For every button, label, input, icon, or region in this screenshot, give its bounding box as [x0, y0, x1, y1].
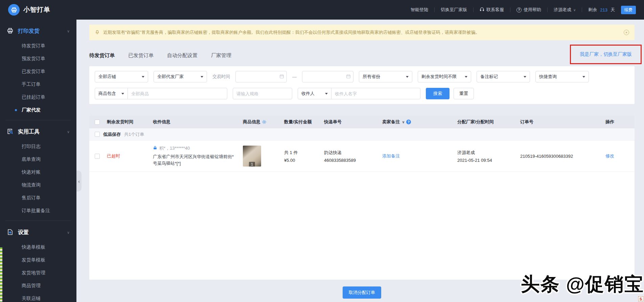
help-link[interactable]: ? 使用帮助	[516, 7, 541, 13]
receiver-address: 广东省广州市天河区兴华街道银锭塘前街*号菜鸟驿站*[*]	[153, 153, 243, 167]
product-image[interactable]: 1	[243, 146, 261, 167]
question-icon: ?	[516, 7, 522, 12]
factory-cell: 济源老成 2021-05-21 09:54	[457, 150, 520, 163]
sidebar-item-express-template[interactable]: 快递单模板	[0, 241, 76, 254]
app-title: 小智打单	[23, 5, 50, 14]
tab-shipped-orders[interactable]: 已发货订单	[128, 52, 154, 59]
sidebar-item-held-orders[interactable]: 已挂起订单	[0, 91, 76, 104]
receiver-masked: 积*，13******40	[159, 145, 190, 151]
trade-time-label: 交易时间	[212, 74, 230, 80]
question-icon[interactable]: ?	[406, 120, 411, 124]
modify-link[interactable]: 修改	[605, 153, 629, 159]
red-annotation-box: 我是厂家，切换至厂家版	[570, 45, 642, 64]
spec-input[interactable]	[233, 88, 292, 99]
smart-login-link[interactable]: 智能登陆	[411, 7, 428, 13]
select-all-checkbox[interactable]	[95, 120, 100, 125]
search-button[interactable]: 搜索	[426, 88, 450, 99]
sidebar-section-print-ship[interactable]: 打印发货 ∨	[0, 23, 76, 40]
app-logo[interactable]: 小智打单	[8, 4, 50, 16]
order-number: 210519-416059300683392	[520, 154, 605, 159]
quick-query-select[interactable]: 快捷查询	[535, 71, 589, 82]
sidebar-item-logistics-query[interactable]: 物流查询	[0, 179, 76, 192]
sidebar-item-express-reconcile[interactable]: 快递对账	[0, 166, 76, 179]
filter-row-1: 全部店铺 全部代发厂家 交易时间 — 所有省份 剩余发货时间不限 备注标记 快捷…	[95, 71, 629, 82]
qty-amount-cell: 共 1 件 ¥5.00	[284, 150, 324, 163]
lock-icon[interactable]	[153, 146, 157, 151]
sidebar-item-product-manage[interactable]: 商品管理	[0, 279, 76, 292]
contact-service-link[interactable]: 联系客服	[480, 7, 504, 13]
receiver-name-input[interactable]	[331, 88, 420, 99]
assigned-time: 2021-05-21 09:54	[457, 158, 520, 163]
sidebar-item-batch-remark[interactable]: 订单批量备注	[0, 204, 76, 217]
sidebar: 打印发货 ∨ 待发货订单 预发货订单 已发货订单 手工订单 已挂起订单 厂家代发…	[0, 20, 76, 302]
divider	[510, 7, 510, 12]
receiver-cell: 积*，13******40 广东省广州市天河区兴华街道银锭塘前街*号菜鸟驿站*[…	[153, 145, 243, 167]
date-start-wrap	[235, 71, 287, 82]
printer-icon	[7, 27, 14, 35]
product-contains-select[interactable]: 商品包含	[95, 88, 128, 99]
chevron-down-icon[interactable]: ∨	[402, 120, 405, 124]
calendar-icon	[346, 74, 351, 80]
receiver-select[interactable]: 收件人	[298, 88, 331, 99]
province-select-value: 所有省份	[363, 74, 403, 80]
remaining-suffix: 天	[611, 7, 615, 13]
sidebar-section-tools[interactable]: 实用工具 ∨	[0, 124, 76, 140]
browser-badge-icon: S	[638, 296, 643, 301]
sidebar-item-receipt-query[interactable]: 底单查询	[0, 153, 76, 166]
factory-select[interactable]: 全部代发厂家	[154, 71, 207, 82]
switch-factory-link[interactable]: 切换至厂家版	[441, 7, 467, 13]
sidebar-item-manual-orders[interactable]: 手工订单	[0, 78, 76, 91]
quantity: 共 1 件	[284, 150, 324, 156]
remaining-prefix: 剩余	[588, 7, 597, 13]
username: 济源老成	[554, 7, 571, 13]
tab-auto-assign-settings[interactable]: 自动分配设置	[167, 52, 198, 59]
contact-service-label: 联系客服	[486, 7, 504, 13]
user-menu[interactable]: 济源老成 ∨	[554, 7, 576, 13]
chevron-down-icon: ∨	[573, 8, 576, 12]
product-input[interactable]	[128, 88, 227, 99]
section-title-print-ship: 打印发货	[18, 28, 40, 35]
sidebar-item-pre-ship-orders[interactable]: 预发货订单	[0, 52, 76, 65]
remaining-time-select[interactable]: 剩余发货时间不限	[418, 71, 471, 82]
close-icon[interactable]: ×	[624, 30, 629, 35]
smart-login-label: 智能登陆	[411, 7, 428, 13]
filter-panel: 全部店铺 全部代发厂家 交易时间 — 所有省份 剩余发货时间不限 备注标记 快捷…	[89, 66, 635, 104]
remark-tag-select[interactable]: 备注标记	[477, 71, 530, 82]
sidebar-item-ship-origin-manage[interactable]: 发货地管理	[0, 267, 76, 279]
tab-factory-manage[interactable]: 厂家管理	[211, 52, 231, 59]
bell-icon	[95, 29, 100, 35]
status-badge: 已超时	[107, 153, 153, 159]
sidebar-item-aftersale-orders[interactable]: 售后订单	[0, 192, 76, 204]
headset-icon	[480, 7, 484, 13]
shop-select[interactable]: 全部店铺	[95, 71, 148, 82]
sidebar-item-print-log[interactable]: 打印日志	[0, 140, 76, 153]
order-row: 已超时 积*，13******40 广东省广州市天河区兴华街道银锭塘前街*号菜鸟…	[89, 141, 635, 172]
add-remark-link[interactable]: 添加备注	[382, 153, 457, 159]
renew-button[interactable]: 续费	[621, 6, 636, 14]
product-qty-badge: 1	[249, 162, 255, 167]
sidebar-section-settings[interactable]: 设置 ∨	[0, 224, 76, 241]
column-header-tracking-no: 快递单号	[324, 119, 382, 125]
row-checkbox[interactable]	[95, 154, 100, 159]
sidebar-item-linked-shops[interactable]: 关联店铺	[0, 292, 76, 302]
caret-down-icon	[582, 76, 585, 78]
column-header-remaining-time: 剩余发货时间	[107, 119, 153, 125]
chevron-down-icon: ∨	[67, 230, 70, 235]
sidebar-collapse-handle[interactable]: ‹	[76, 171, 82, 192]
column-header-product-info: 商品信息	[243, 119, 260, 125]
cancel-assign-button[interactable]: 取消分配订单	[343, 286, 381, 299]
divider	[547, 7, 548, 12]
factory-select-value: 全部代发厂家	[157, 74, 198, 80]
reset-button[interactable]: 重置	[454, 88, 474, 99]
tab-pending-orders[interactable]: 待发货订单	[89, 52, 115, 59]
gear-icon[interactable]	[262, 120, 267, 124]
sidebar-item-shipped-orders[interactable]: 已发货订单	[0, 65, 76, 78]
order-group-row: 低温保存 共1个订单	[89, 128, 635, 141]
sidebar-item-pending-ship-orders[interactable]: 待发货订单	[0, 40, 76, 52]
sidebar-item-ship-doc-template[interactable]: 发货单模板	[0, 254, 76, 267]
group-checkbox[interactable]	[95, 132, 100, 137]
switch-to-factory-link[interactable]: 我是厂家，切换至厂家版	[580, 51, 632, 57]
group-order-count: 共1个订单	[124, 131, 144, 137]
province-select[interactable]: 所有省份	[359, 71, 412, 82]
sidebar-item-factory-dropship[interactable]: 厂家代发	[0, 104, 76, 117]
